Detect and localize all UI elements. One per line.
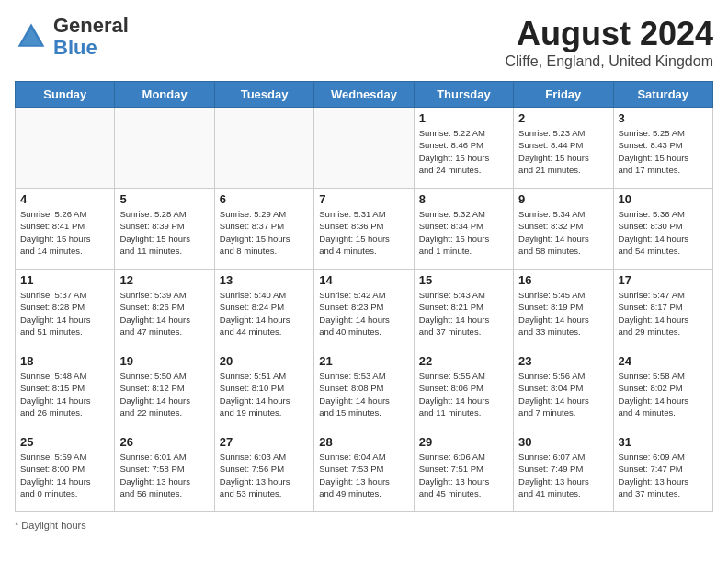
- day-number: 24: [619, 354, 708, 368]
- day-info: Sunrise: 6:07 AM Sunset: 7:49 PM Dayligh…: [518, 451, 608, 500]
- day-number: 22: [419, 354, 508, 368]
- day-info: Sunrise: 5:22 AM Sunset: 8:46 PM Dayligh…: [419, 127, 508, 176]
- day-cell: 25Sunrise: 5:59 AM Sunset: 8:00 PM Dayli…: [16, 431, 115, 512]
- logo-text: General Blue: [53, 15, 129, 59]
- day-cell: 18Sunrise: 5:48 AM Sunset: 8:15 PM Dayli…: [16, 350, 115, 431]
- day-info: Sunrise: 5:48 AM Sunset: 8:15 PM Dayligh…: [20, 370, 109, 419]
- day-number: 30: [518, 435, 608, 449]
- day-info: Sunrise: 6:09 AM Sunset: 7:47 PM Dayligh…: [619, 451, 708, 500]
- day-number: 25: [20, 435, 109, 449]
- day-info: Sunrise: 6:04 AM Sunset: 7:53 PM Dayligh…: [319, 451, 408, 500]
- day-cell: 30Sunrise: 6:07 AM Sunset: 7:49 PM Dayli…: [514, 431, 613, 512]
- day-info: Sunrise: 5:40 AM Sunset: 8:24 PM Dayligh…: [220, 289, 309, 338]
- day-info: Sunrise: 5:28 AM Sunset: 8:39 PM Dayligh…: [119, 208, 209, 257]
- day-cell: 4Sunrise: 5:26 AM Sunset: 8:41 PM Daylig…: [16, 189, 115, 270]
- day-number: 9: [518, 192, 608, 206]
- day-number: 27: [220, 435, 309, 449]
- col-header-saturday: Saturday: [613, 82, 712, 108]
- day-info: Sunrise: 5:42 AM Sunset: 8:23 PM Dayligh…: [319, 289, 408, 338]
- day-cell: 10Sunrise: 5:36 AM Sunset: 8:30 PM Dayli…: [613, 189, 712, 270]
- day-cell: 1Sunrise: 5:22 AM Sunset: 8:46 PM Daylig…: [414, 108, 513, 189]
- day-number: 18: [20, 354, 109, 368]
- logo-icon: [15, 20, 48, 53]
- day-number: 13: [220, 273, 309, 287]
- title-area: August 2024 Cliffe, England, United King…: [505, 15, 713, 70]
- day-cell: 27Sunrise: 6:03 AM Sunset: 7:56 PM Dayli…: [214, 431, 313, 512]
- day-info: Sunrise: 5:59 AM Sunset: 8:00 PM Dayligh…: [20, 451, 109, 500]
- col-header-monday: Monday: [115, 82, 214, 108]
- day-info: Sunrise: 5:25 AM Sunset: 8:43 PM Dayligh…: [619, 127, 708, 176]
- logo-blue: Blue: [53, 36, 97, 59]
- day-number: 11: [20, 273, 109, 287]
- day-number: 19: [119, 354, 209, 368]
- footer-note-text: Daylight hours: [21, 520, 85, 531]
- day-info: Sunrise: 5:39 AM Sunset: 8:26 PM Dayligh…: [119, 289, 209, 338]
- day-cell: 22Sunrise: 5:55 AM Sunset: 8:06 PM Dayli…: [414, 350, 513, 431]
- day-info: Sunrise: 5:45 AM Sunset: 8:19 PM Dayligh…: [518, 289, 608, 338]
- day-cell: 26Sunrise: 6:01 AM Sunset: 7:58 PM Dayli…: [115, 431, 214, 512]
- day-cell: 6Sunrise: 5:29 AM Sunset: 8:37 PM Daylig…: [214, 189, 313, 270]
- col-header-thursday: Thursday: [414, 82, 513, 108]
- day-cell: 31Sunrise: 6:09 AM Sunset: 7:47 PM Dayli…: [613, 431, 712, 512]
- day-number: 5: [119, 192, 209, 206]
- day-info: Sunrise: 5:50 AM Sunset: 8:12 PM Dayligh…: [119, 370, 209, 419]
- day-info: Sunrise: 5:34 AM Sunset: 8:32 PM Dayligh…: [518, 208, 608, 257]
- week-row-3: 18Sunrise: 5:48 AM Sunset: 8:15 PM Dayli…: [16, 350, 713, 431]
- day-number: 26: [119, 435, 209, 449]
- day-number: 2: [518, 111, 608, 125]
- day-cell: 11Sunrise: 5:37 AM Sunset: 8:28 PM Dayli…: [16, 270, 115, 350]
- logo: General Blue: [15, 15, 129, 59]
- day-info: Sunrise: 6:01 AM Sunset: 7:58 PM Dayligh…: [119, 451, 209, 500]
- day-number: 3: [619, 111, 708, 125]
- day-cell: 13Sunrise: 5:40 AM Sunset: 8:24 PM Dayli…: [214, 270, 313, 350]
- day-number: 16: [518, 273, 608, 287]
- week-row-2: 11Sunrise: 5:37 AM Sunset: 8:28 PM Dayli…: [16, 270, 713, 350]
- day-cell: [16, 108, 115, 189]
- day-number: 29: [419, 435, 508, 449]
- day-number: 31: [619, 435, 708, 449]
- day-cell: 17Sunrise: 5:47 AM Sunset: 8:17 PM Dayli…: [613, 270, 712, 350]
- calendar-header: SundayMondayTuesdayWednesdayThursdayFrid…: [16, 82, 713, 108]
- day-info: Sunrise: 5:36 AM Sunset: 8:30 PM Dayligh…: [619, 208, 708, 257]
- day-number: 7: [319, 192, 408, 206]
- day-number: 10: [619, 192, 708, 206]
- day-info: Sunrise: 5:31 AM Sunset: 8:36 PM Dayligh…: [319, 208, 408, 257]
- header-row: SundayMondayTuesdayWednesdayThursdayFrid…: [16, 82, 713, 108]
- month-year: August 2024: [505, 15, 713, 53]
- day-cell: 12Sunrise: 5:39 AM Sunset: 8:26 PM Dayli…: [115, 270, 214, 350]
- day-cell: 8Sunrise: 5:32 AM Sunset: 8:34 PM Daylig…: [414, 189, 513, 270]
- day-info: Sunrise: 5:23 AM Sunset: 8:44 PM Dayligh…: [518, 127, 608, 176]
- day-number: 4: [20, 192, 109, 206]
- col-header-wednesday: Wednesday: [314, 82, 414, 108]
- day-cell: 20Sunrise: 5:51 AM Sunset: 8:10 PM Dayli…: [214, 350, 313, 431]
- day-info: Sunrise: 5:55 AM Sunset: 8:06 PM Dayligh…: [419, 370, 508, 419]
- day-cell: 15Sunrise: 5:43 AM Sunset: 8:21 PM Dayli…: [414, 270, 513, 350]
- day-cell: 5Sunrise: 5:28 AM Sunset: 8:39 PM Daylig…: [115, 189, 214, 270]
- week-row-1: 4Sunrise: 5:26 AM Sunset: 8:41 PM Daylig…: [16, 189, 713, 270]
- day-info: Sunrise: 5:37 AM Sunset: 8:28 PM Dayligh…: [20, 289, 109, 338]
- day-cell: 16Sunrise: 5:45 AM Sunset: 8:19 PM Dayli…: [514, 270, 613, 350]
- day-info: Sunrise: 5:43 AM Sunset: 8:21 PM Dayligh…: [419, 289, 508, 338]
- day-cell: 7Sunrise: 5:31 AM Sunset: 8:36 PM Daylig…: [314, 189, 414, 270]
- week-row-4: 25Sunrise: 5:59 AM Sunset: 8:00 PM Dayli…: [16, 431, 713, 512]
- day-cell: 14Sunrise: 5:42 AM Sunset: 8:23 PM Dayli…: [314, 270, 414, 350]
- footer-note: * Daylight hours: [15, 520, 713, 531]
- day-cell: 24Sunrise: 5:58 AM Sunset: 8:02 PM Dayli…: [613, 350, 712, 431]
- week-row-0: 1Sunrise: 5:22 AM Sunset: 8:46 PM Daylig…: [16, 108, 713, 189]
- day-cell: 28Sunrise: 6:04 AM Sunset: 7:53 PM Dayli…: [314, 431, 414, 512]
- day-info: Sunrise: 5:32 AM Sunset: 8:34 PM Dayligh…: [419, 208, 508, 257]
- day-info: Sunrise: 5:51 AM Sunset: 8:10 PM Dayligh…: [220, 370, 309, 419]
- day-number: 21: [319, 354, 408, 368]
- day-cell: 29Sunrise: 6:06 AM Sunset: 7:51 PM Dayli…: [414, 431, 513, 512]
- header: General Blue August 2024 Cliffe, England…: [15, 15, 713, 70]
- logo-general: General: [53, 14, 129, 37]
- day-info: Sunrise: 6:03 AM Sunset: 7:56 PM Dayligh…: [220, 451, 309, 500]
- col-header-friday: Friday: [514, 82, 613, 108]
- day-cell: [115, 108, 214, 189]
- col-header-tuesday: Tuesday: [214, 82, 313, 108]
- location: Cliffe, England, United Kingdom: [505, 53, 713, 70]
- col-header-sunday: Sunday: [16, 82, 115, 108]
- day-number: 20: [220, 354, 309, 368]
- day-number: 23: [518, 354, 608, 368]
- day-number: 8: [419, 192, 508, 206]
